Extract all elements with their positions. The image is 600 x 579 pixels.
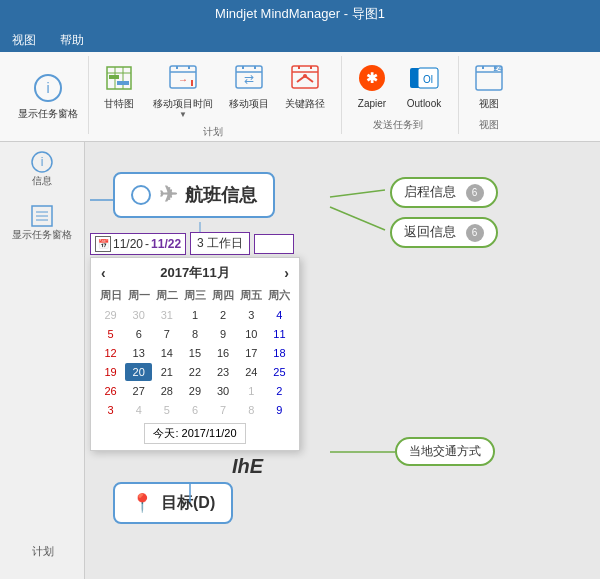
svg-line-40 [330, 190, 385, 197]
weekday-tue: 周二 [153, 286, 180, 305]
menu-help[interactable]: 帮助 [56, 30, 88, 51]
day-29[interactable]: 29 [181, 382, 208, 400]
next-9[interactable]: 9 [266, 401, 293, 419]
move-time-dropdown: ▼ [179, 110, 187, 119]
svg-line-41 [330, 207, 385, 230]
critical-path-label: 关键路径 [285, 98, 325, 110]
day-13[interactable]: 13 [125, 344, 152, 362]
duration-rect[interactable] [254, 234, 294, 254]
day-2[interactable]: 2 [210, 306, 237, 324]
send-group-label: 发送任务到 [373, 114, 423, 132]
day-1[interactable]: 1 [181, 306, 208, 324]
date-separator: - [145, 237, 149, 251]
move-time-button[interactable]: → 移动项目时间 ▼ [149, 58, 217, 121]
day-12[interactable]: 12 [97, 344, 124, 362]
date-input[interactable]: 📅 11/20 - 11/22 [90, 233, 186, 255]
day-20-today[interactable]: 20 [125, 363, 152, 381]
weekday-mon: 周一 [125, 286, 152, 305]
prev-31[interactable]: 31 [153, 306, 180, 324]
weekday-sat: 周六 [266, 286, 293, 305]
day-11[interactable]: 11 [266, 325, 293, 343]
outlook-label: Outlook [407, 98, 441, 110]
task-panel-item[interactable]: 显示任务窗格 [0, 196, 84, 250]
day-21[interactable]: 21 [153, 363, 180, 381]
calendar-footer: 今天: 2017/11/20 [97, 423, 293, 444]
day-17[interactable]: 17 [238, 344, 265, 362]
workday-input[interactable]: 3 工作日 [190, 232, 250, 255]
title-text: Mindjet MindManager - 导图1 [215, 5, 385, 23]
day-26[interactable]: 26 [97, 382, 124, 400]
next-3[interactable]: 3 [97, 401, 124, 419]
plan-view-label: 视图 [479, 98, 499, 110]
prev-29[interactable]: 29 [97, 306, 124, 324]
move-item-button[interactable]: ⇄ 移动项目 [225, 58, 273, 112]
next-2[interactable]: 2 [266, 382, 293, 400]
day-6[interactable]: 6 [125, 325, 152, 343]
day-25[interactable]: 25 [266, 363, 293, 381]
plan-bottom-label: 计划 [32, 545, 54, 557]
prev-30[interactable]: 30 [125, 306, 152, 324]
info-panel-item[interactable]: i 信息 [0, 142, 84, 196]
next-1[interactable]: 1 [238, 382, 265, 400]
main-node[interactable]: ✈ 航班信息 [113, 172, 275, 218]
outlook-button[interactable]: Ol Outlook [402, 58, 446, 112]
day-7[interactable]: 7 [153, 325, 180, 343]
cal-prev[interactable]: ‹ [97, 265, 110, 281]
critical-path-button[interactable]: 关键路径 [281, 58, 329, 112]
gantt-button[interactable]: 甘特图 [97, 58, 141, 112]
branch-departure[interactable]: 启程信息 6 [390, 177, 498, 208]
return-label: 返回信息 [404, 224, 456, 239]
svg-text:Ol: Ol [423, 74, 433, 85]
move-item-label: 移动项目 [229, 98, 269, 110]
plan-view-button[interactable]: 24 视图 [467, 58, 511, 112]
view-group-label: 视图 [479, 114, 499, 132]
transport-node[interactable]: 当地交通方式 [395, 437, 495, 466]
svg-text:i: i [41, 155, 44, 169]
bottom-node[interactable]: 📍 目标(D) [113, 482, 233, 524]
next-4[interactable]: 4 [125, 401, 152, 419]
next-5[interactable]: 5 [153, 401, 180, 419]
day-24[interactable]: 24 [238, 363, 265, 381]
main-node-title: 航班信息 [185, 183, 257, 207]
date-end: 11/22 [151, 237, 181, 251]
critical-path-icon [287, 60, 323, 96]
day-18[interactable]: 18 [266, 344, 293, 362]
day-22[interactable]: 22 [181, 363, 208, 381]
task-pane-label: 显示任务窗格 [12, 228, 72, 242]
ribbon: i 显示任务窗格 [0, 52, 600, 142]
day-3[interactable]: 3 [238, 306, 265, 324]
day-19[interactable]: 19 [97, 363, 124, 381]
weekday-thu: 周四 [210, 286, 237, 305]
day-15[interactable]: 15 [181, 344, 208, 362]
next-6[interactable]: 6 [181, 401, 208, 419]
day-14[interactable]: 14 [153, 344, 180, 362]
menu-view[interactable]: 视图 [8, 30, 40, 51]
day-10[interactable]: 10 [238, 325, 265, 343]
move-item-icon: ⇄ [231, 60, 267, 96]
ribbon-group-view: 24 视图 视图 [463, 56, 523, 134]
day-23[interactable]: 23 [210, 363, 237, 381]
day-16[interactable]: 16 [210, 344, 237, 362]
branch-return[interactable]: 返回信息 6 [390, 217, 498, 248]
day-28[interactable]: 28 [153, 382, 180, 400]
zapier-button[interactable]: ✱ Zapier [350, 58, 394, 112]
svg-text:i: i [46, 80, 49, 96]
show-task-button[interactable]: i 显示任务窗格 [14, 68, 82, 122]
day-9[interactable]: 9 [210, 325, 237, 343]
today-button[interactable]: 今天: 2017/11/20 [144, 423, 245, 444]
svg-rect-7 [117, 81, 129, 85]
zapier-label: Zapier [358, 98, 386, 110]
next-7[interactable]: 7 [210, 401, 237, 419]
cal-next[interactable]: › [280, 265, 293, 281]
date-row: 📅 11/20 - 11/22 3 工作日 [90, 232, 294, 255]
day-27[interactable]: 27 [125, 382, 152, 400]
day-8[interactable]: 8 [181, 325, 208, 343]
day-4[interactable]: 4 [266, 306, 293, 324]
next-8[interactable]: 8 [238, 401, 265, 419]
menu-bar: 视图 帮助 [0, 28, 600, 52]
weekday-wed: 周三 [181, 286, 208, 305]
day-5[interactable]: 5 [97, 325, 124, 343]
calendar-input-icon: 📅 [95, 236, 111, 252]
calendar-popup[interactable]: ‹ 2017年11月 › 周日 周一 周二 周三 周四 周五 周六 29 30 … [90, 257, 300, 451]
day-30[interactable]: 30 [210, 382, 237, 400]
